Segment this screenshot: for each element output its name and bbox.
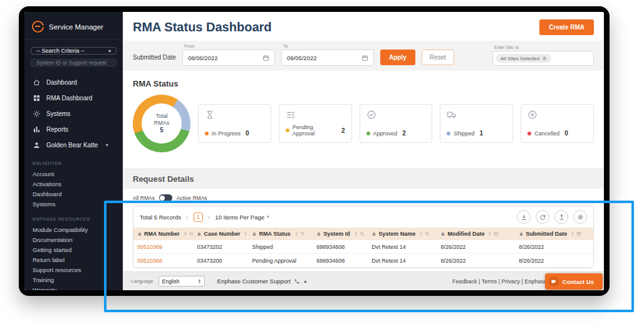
create-rma-button[interactable]: Create RMA: [539, 19, 594, 35]
site-filter-group: Enter Site Id All Sites Selected ⊗: [492, 45, 594, 66]
sidebar-item-user-menu[interactable]: Golden Bear Katte ▼: [24, 137, 123, 153]
nav-label: Reports: [46, 126, 68, 133]
sidebar-item-dashboard[interactable]: Dashboard: [24, 75, 123, 90]
status-count: 2: [402, 130, 406, 137]
sidebar-item-reports[interactable]: Reports: [24, 122, 123, 137]
cell-rma-number-link[interactable]: 00510368: [133, 254, 193, 268]
system-search-input[interactable]: [31, 59, 117, 66]
from-label: From: [184, 44, 275, 48]
col-rma-number[interactable]: RMA Number: [133, 228, 193, 240]
sort-icon[interactable]: [418, 231, 423, 236]
download-button[interactable]: [517, 210, 531, 224]
request-details-heading: Request Details: [123, 169, 604, 189]
search-icon[interactable]: [189, 231, 194, 236]
col-submitted-date[interactable]: Submitted Date: [515, 228, 593, 240]
contact-us-button[interactable]: Contact Us: [545, 273, 603, 290]
user-icon: [33, 141, 41, 149]
phone-icon: [294, 278, 300, 285]
from-date-field[interactable]: 08/06/2022: [182, 50, 275, 66]
sort-icon[interactable]: [570, 231, 575, 236]
search-criteria-dropdown[interactable]: -- Search Criteria -- ▾: [31, 47, 117, 55]
support-label: Enphase Customer Support: [217, 278, 291, 285]
upload-button[interactable]: [554, 210, 568, 224]
sidebar-link-support-resources[interactable]: Support resources: [33, 265, 115, 275]
sort-icon[interactable]: [353, 231, 358, 236]
rma-status-heading: RMA Status: [123, 71, 604, 90]
download-icon: [521, 214, 527, 221]
cell-case-number: 03473200: [193, 254, 248, 268]
sidebar-link-account[interactable]: Account: [33, 169, 115, 179]
customer-support[interactable]: Enphase Customer Support ▲: [217, 278, 308, 285]
donut-label: Total: [155, 113, 167, 120]
filter-icon[interactable]: [300, 231, 305, 236]
col-modified-date[interactable]: Modified Date: [437, 228, 515, 240]
lock-icon: [371, 231, 377, 236]
calendar-icon[interactable]: [361, 55, 368, 61]
sort-icon[interactable]: [243, 231, 248, 236]
sidebar-section-enlighten: ENLIGHTEN Account Activations Dashboard …: [24, 161, 123, 209]
status-card-shipped: Shipped 1: [440, 104, 513, 143]
column-label: System Id: [323, 231, 350, 237]
app-window: Service Manager -- Search Criteria -- ▾ …: [24, 12, 604, 290]
status-card-cancelled: Cancelled 0: [521, 104, 594, 143]
sidebar-section-resources: ENPHASE RESOURCES Module Compatibility D…: [24, 217, 123, 290]
settings-button[interactable]: [573, 210, 587, 224]
sidebar-link-documentation[interactable]: Documentation: [33, 234, 115, 244]
prev-page-button[interactable]: ‹: [186, 214, 189, 221]
grid-icon: [33, 94, 41, 102]
next-page-button[interactable]: ›: [208, 214, 210, 221]
sidebar-link-systems[interactable]: Systems: [33, 199, 115, 209]
col-rma-status[interactable]: RMA Status: [248, 228, 313, 240]
sidebar-link-dashboard[interactable]: Dashboard: [33, 189, 115, 199]
to-date-field[interactable]: 09/05/2022: [281, 50, 374, 66]
remove-chip-icon[interactable]: ⊗: [542, 55, 547, 61]
sort-icon[interactable]: [183, 231, 188, 236]
status-count: 0: [564, 130, 568, 137]
lock-icon: [197, 231, 202, 236]
col-system-name[interactable]: System Name: [368, 228, 437, 240]
sidebar-link-activations[interactable]: Activations: [33, 179, 115, 189]
reset-button[interactable]: Reset: [422, 50, 454, 65]
table-row[interactable]: 00510369 03473202 Shipped 698934608 Dvt …: [133, 240, 593, 254]
sidebar-item-rma-dashboard[interactable]: RMA Dashboard: [24, 90, 123, 106]
sidebar-link-module-compatibility[interactable]: Module Compatibility: [33, 224, 115, 234]
search-icon[interactable]: [360, 231, 365, 236]
sidebar-link-warranty[interactable]: Warranty: [33, 285, 115, 290]
items-per-page-dropdown[interactable]: 10 Items Per Page ▾: [215, 214, 269, 221]
to-label: To: [283, 44, 374, 48]
apply-button[interactable]: Apply: [380, 50, 415, 65]
cell-rma-number-link[interactable]: 00510369: [133, 240, 193, 254]
current-page[interactable]: 1: [194, 213, 203, 222]
site-filter-input[interactable]: All Sites Selected ⊗: [492, 51, 594, 66]
hourglass-icon: [205, 110, 215, 120]
calendar-icon[interactable]: [262, 55, 269, 61]
table-header-row: RMA Number Case Number: [133, 228, 593, 240]
bar-chart-icon: [33, 125, 41, 134]
search-icon[interactable]: [425, 231, 430, 236]
sidebar-link-return-label[interactable]: Return label: [33, 255, 115, 265]
status-dot: [205, 132, 209, 135]
sort-icon[interactable]: [487, 231, 492, 236]
refresh-button[interactable]: [536, 210, 549, 224]
section-title: ENPHASE RESOURCES: [33, 217, 115, 221]
lock-icon: [440, 231, 445, 236]
cell-system-id: 698934608: [313, 254, 368, 268]
nav-label: Golden Bear Katte: [46, 142, 98, 149]
active-rmas-toggle[interactable]: [159, 194, 172, 201]
table-row[interactable]: 00510368 03473200 Pending Approval 69893…: [133, 254, 593, 268]
sidebar-link-getting-started[interactable]: Getting started: [33, 244, 115, 255]
language-select[interactable]: English ▲▼: [158, 276, 205, 286]
submitted-date-label: Submitted Date: [133, 54, 176, 66]
sort-icon[interactable]: [294, 231, 299, 236]
sidebar-link-training[interactable]: Training: [33, 275, 115, 285]
active-rmas-label[interactable]: Active RMAs: [177, 195, 207, 201]
sidebar-item-systems[interactable]: Systems: [24, 106, 123, 122]
calendar-icon[interactable]: [494, 231, 499, 236]
page-title: RMA Status Dashboard: [133, 20, 272, 34]
col-case-number[interactable]: Case Number: [193, 228, 248, 240]
col-system-id[interactable]: System Id: [313, 228, 368, 240]
all-rmas-label[interactable]: All RMAs: [133, 195, 155, 201]
chevron-down-icon: ▾: [267, 214, 269, 219]
calendar-icon[interactable]: [576, 231, 581, 236]
site-chip-label: All Sites Selected: [501, 56, 539, 61]
